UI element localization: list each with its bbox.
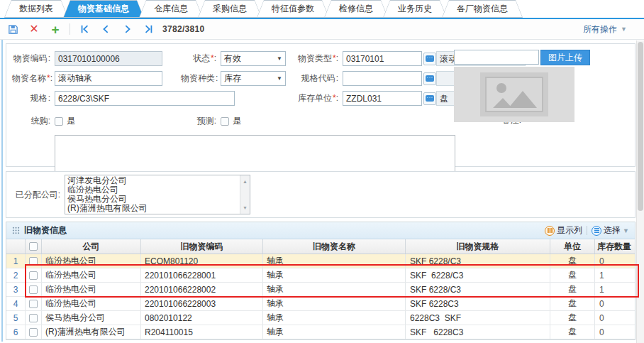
listbox-scroll-down-icon[interactable]: ▼ bbox=[243, 203, 248, 212]
tab-item[interactable]: 检修信息 bbox=[324, 0, 388, 18]
show-columns-button[interactable]: 显示列 bbox=[545, 224, 582, 236]
listbox-scrollbar[interactable]: ▲ ▼ bbox=[240, 175, 250, 214]
remark-textarea[interactable] bbox=[55, 135, 455, 173]
tab-item[interactable]: 业务历史 bbox=[383, 0, 447, 18]
page-scrollbar[interactable] bbox=[636, 40, 644, 343]
row-checkbox[interactable] bbox=[29, 314, 38, 322]
tab-label: 业务历史 bbox=[398, 4, 432, 13]
cell-unit: 盘 bbox=[550, 283, 595, 296]
nav-next-icon[interactable] bbox=[120, 22, 134, 36]
spec-code-field[interactable] bbox=[343, 71, 422, 86]
row-checkbox-cell bbox=[26, 254, 42, 268]
material-category-select[interactable]: 库存▼ bbox=[221, 71, 286, 86]
stock-unit-field[interactable] bbox=[343, 91, 422, 106]
cell-stock-qty: 1 bbox=[595, 283, 633, 296]
tab-item[interactable]: 特征值参数 bbox=[257, 0, 329, 18]
all-operations-label: 所有操作 bbox=[583, 23, 617, 36]
delete-icon[interactable]: ✕ bbox=[27, 22, 41, 36]
unified-purchase-checkbox-row: 是 bbox=[55, 115, 162, 127]
status-select[interactable]: 有效▼ bbox=[221, 51, 286, 66]
row-checkbox[interactable] bbox=[29, 257, 38, 266]
cell-old-code: 220101066228001 bbox=[141, 268, 263, 282]
column-header-old-spec[interactable]: 旧物资规格 bbox=[406, 239, 550, 254]
select-button[interactable]: 选择 ▼ bbox=[592, 224, 629, 236]
tab-item[interactable]: 采购信息 bbox=[198, 0, 262, 18]
row-checkbox[interactable] bbox=[29, 285, 38, 294]
nav-first-icon[interactable] bbox=[77, 22, 91, 36]
image-placeholder bbox=[454, 67, 574, 122]
column-header-company[interactable]: 公司 bbox=[42, 239, 141, 254]
select-icon bbox=[592, 226, 601, 236]
material-code-field[interactable] bbox=[55, 51, 162, 66]
table-row[interactable]: 3临汾热电公司220101066228002轴承SKF 6228/C3盘1 bbox=[6, 283, 635, 297]
listbox-scroll-up-icon[interactable]: ▲ bbox=[243, 177, 248, 186]
tab-item[interactable]: 数据列表 bbox=[4, 0, 68, 18]
select-all-header bbox=[26, 239, 42, 254]
ellipsis-icon: ··· bbox=[426, 55, 434, 62]
row-number: 3 bbox=[6, 283, 26, 296]
save-icon[interactable] bbox=[6, 22, 20, 36]
row-checkbox-cell bbox=[26, 297, 42, 310]
forecast-label: 预测: bbox=[181, 115, 221, 127]
tab-item[interactable]: 物资基础信息 bbox=[63, 0, 144, 18]
cell-old-name: 轴承 bbox=[263, 297, 406, 310]
row-checkbox[interactable] bbox=[29, 271, 38, 280]
cell-old-name: 轴承 bbox=[263, 283, 406, 296]
table-row[interactable]: 4临汾热电公司220101066228003轴承SKF 6228C3盘0 bbox=[6, 297, 635, 311]
row-checkbox-cell bbox=[26, 283, 42, 296]
unified-purchase-label: 统购: bbox=[12, 115, 55, 127]
page-scrollbar-thumb[interactable] bbox=[638, 42, 643, 211]
tab-item[interactable]: 各厂物资信息 bbox=[442, 0, 523, 18]
forecast-checkbox[interactable] bbox=[221, 117, 229, 126]
column-header-old-name[interactable]: 旧物资名称 bbox=[263, 239, 406, 254]
material-name-field[interactable] bbox=[55, 71, 162, 86]
cell-company: 临汾热电公司 bbox=[42, 297, 141, 310]
unified-purchase-checkbox[interactable] bbox=[55, 117, 63, 126]
old-material-section-header: 旧物资信息 显示列 选择 ▼ bbox=[6, 222, 635, 239]
material-type-field[interactable] bbox=[343, 51, 422, 66]
table-row[interactable]: 2临汾热电公司220101066228001轴承SKF 6228/C3盘1 bbox=[6, 268, 635, 283]
list-item[interactable]: (R)蒲洲热电有限公司 bbox=[67, 204, 238, 213]
cell-company: 临汾热电公司 bbox=[42, 283, 141, 296]
spec-field[interactable] bbox=[55, 91, 235, 106]
column-header-unit[interactable]: 单位 bbox=[550, 239, 595, 254]
column-header-stock-qty[interactable]: 库存数量 bbox=[595, 239, 633, 254]
nav-prev-icon[interactable] bbox=[99, 22, 113, 36]
table-row[interactable]: 6(R)蒲洲热电有限公司R204110015轴承SKF 6228C3盘0 bbox=[6, 325, 635, 339]
material-form-panel: 物资编码: 状态*: 有效▼ 物资类型*: ··· 滚动轴承 物资名称*: 物资… bbox=[6, 43, 635, 167]
row-checkbox[interactable] bbox=[29, 328, 38, 337]
tab-label: 物资基础信息 bbox=[78, 4, 129, 13]
spec-code-lookup-button[interactable]: ··· bbox=[423, 72, 436, 85]
grip-icon[interactable] bbox=[12, 227, 20, 234]
table-row[interactable]: 1临汾热电公司ECOM801120轴承SKF 6228/C3盘0 bbox=[6, 254, 635, 268]
column-header-old-code[interactable]: 旧物资编码 bbox=[141, 239, 263, 254]
assigned-companies-label: 已分配公司: bbox=[12, 189, 65, 201]
nav-last-icon[interactable] bbox=[141, 22, 155, 36]
tab-item[interactable]: 仓库信息 bbox=[139, 0, 203, 18]
material-name-label: 物资名称*: bbox=[12, 72, 55, 85]
chevron-down-icon: ▼ bbox=[277, 75, 282, 82]
status-label: 状态*: bbox=[181, 53, 221, 65]
select-all-checkbox[interactable] bbox=[29, 242, 38, 251]
stock-unit-lookup-button[interactable]: ··· bbox=[423, 92, 436, 105]
cell-old-spec: SKF 6228/C3 bbox=[406, 268, 550, 282]
assigned-companies-listbox[interactable]: 河津发电分公司临汾热电公司侯马热电分公司(R)蒲洲热电有限公司 ▲ ▼ bbox=[65, 175, 250, 214]
image-path-field[interactable] bbox=[454, 50, 539, 65]
cell-stock-qty: 0 bbox=[595, 311, 633, 325]
caret-down-icon: ▼ bbox=[623, 227, 629, 234]
material-type-lookup-button[interactable]: ··· bbox=[423, 53, 436, 65]
table-row[interactable]: 5侯马热电分公司0802010122轴承6228C3 SKF盘0 bbox=[6, 311, 635, 325]
row-checkbox[interactable] bbox=[29, 300, 38, 308]
forecast-checkbox-label: 是 bbox=[233, 115, 241, 127]
image-placeholder-icon bbox=[480, 72, 548, 116]
add-icon[interactable]: + bbox=[48, 22, 62, 36]
image-upload-button[interactable]: 图片上传 bbox=[540, 50, 590, 65]
cell-old-code: 0802010122 bbox=[141, 311, 263, 325]
toolbar-separator bbox=[70, 23, 70, 35]
toolbar: ✕ + 3782/3810 所有操作 ▼ bbox=[0, 19, 644, 40]
ellipsis-icon: ··· bbox=[426, 95, 434, 102]
all-operations-button[interactable]: 所有操作 ▼ bbox=[583, 23, 627, 36]
material-type-label: 物资类型*: bbox=[297, 53, 343, 65]
cell-stock-qty: 0 bbox=[595, 254, 633, 268]
cell-old-code: ECOM801120 bbox=[141, 254, 263, 268]
